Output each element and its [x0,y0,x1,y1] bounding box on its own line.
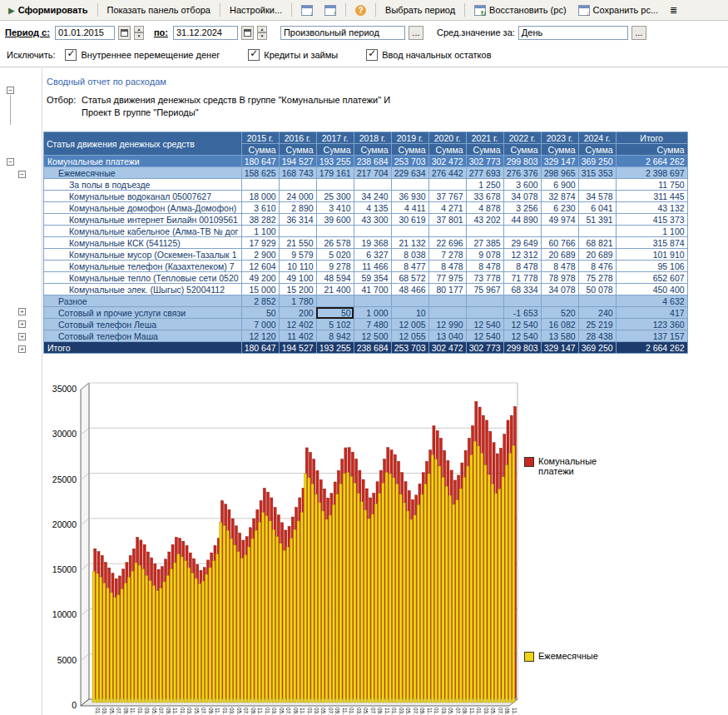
table-cell[interactable]: 95 106 [616,261,687,272]
table-cell[interactable]: 75 967 [466,284,503,295]
table-cell[interactable]: 51 391 [578,214,616,226]
column-subheader-sum[interactable]: Сумма [316,144,354,156]
table-cell[interactable]: 5 020 [316,249,354,261]
row-label[interactable]: За полы в подъезде [44,179,242,191]
table-cell[interactable]: 48 466 [391,284,428,295]
table-cell[interactable]: 5 102 [316,319,354,330]
table-cell[interactable]: 37 767 [428,191,466,202]
table-cell[interactable]: 78 978 [541,272,578,284]
table-cell[interactable] [466,295,503,307]
table-cell[interactable]: 71 778 [503,272,541,284]
table-cell[interactable]: 9 579 [279,249,316,261]
column-header-year[interactable]: 2024 г. [578,132,616,144]
table-cell[interactable] [541,295,578,307]
table-cell[interactable]: 9 078 [466,249,503,261]
table-cell[interactable]: 6 230 [541,202,578,214]
column-header-year[interactable]: 2020 г. [428,132,466,144]
checkbox-opening-balances[interactable]: Ввод начальных остатков [366,49,491,61]
table-cell[interactable]: 299 803 [503,342,541,354]
table-cell[interactable]: 3 410 [316,202,354,214]
table-cell[interactable]: 302 472 [428,156,466,167]
table-cell[interactable]: 8 478 [466,261,503,272]
table-cell[interactable]: 298 965 [541,167,578,179]
table-cell[interactable]: 415 373 [616,214,687,226]
column-header-year[interactable]: 2015 г. [241,132,279,144]
table-cell[interactable]: 12 604 [241,261,279,272]
table-cell[interactable]: 10 110 [279,261,316,272]
table-cell[interactable]: 50 [241,307,279,319]
table-cell[interactable]: 4 632 [616,295,687,307]
table-cell[interactable]: 193 255 [316,342,354,354]
avg-value-input[interactable]: День [518,26,628,40]
table-cell[interactable]: 200 [279,307,316,319]
report-variants-button[interactable]: ≣ [665,3,682,17]
period-from-input[interactable]: 01.01.2015 [55,26,115,40]
table-cell[interactable]: 3 610 [241,202,279,214]
table-cell[interactable]: 73 778 [466,272,503,284]
table-cell[interactable]: 2 664 262 [616,156,687,167]
table-cell[interactable]: 11 402 [279,330,316,342]
show-filter-panel-button[interactable]: Показать панель отбора [102,3,216,17]
table-cell[interactable]: 3 256 [503,202,541,214]
table-cell[interactable]: 15 000 [241,284,279,295]
table-cell[interactable]: 21 550 [279,237,316,249]
table-cell[interactable]: 30 619 [391,214,428,226]
step-down-icon[interactable]: ▼ [134,32,144,40]
table-cell[interactable]: 238 684 [354,156,391,167]
table-cell[interactable]: 21 400 [316,284,354,295]
table-cell[interactable]: 1 780 [279,295,316,307]
table-cell[interactable]: 24 000 [279,191,316,202]
table-cell[interactable] [466,307,503,319]
table-cell[interactable]: 12 990 [428,319,466,330]
table-cell[interactable]: 450 400 [616,284,687,295]
restore-settings-button[interactable]: ↻ Восстановить (рс) [469,3,571,17]
table-cell[interactable]: 180 647 [241,156,279,167]
column-header-year[interactable]: 2023 г. [541,132,578,144]
row-label[interactable]: Комунальные мусор (Оскемен-Тазалык 1 [44,249,242,261]
table-cell[interactable]: 311 445 [616,191,687,202]
table-cell[interactable]: 8 477 [391,261,428,272]
table-cell[interactable]: 49 974 [541,214,578,226]
table-cell[interactable]: 168 743 [279,167,316,179]
table-cell[interactable]: 77 975 [428,272,466,284]
table-cell[interactable]: 32 874 [541,191,578,202]
table-cell[interactable]: 43 300 [354,214,391,226]
table-cell[interactable]: 8 478 [428,261,466,272]
table-cell[interactable]: 9 278 [316,261,354,272]
table-cell[interactable]: 34 240 [354,191,391,202]
column-header-year[interactable]: 2021 г. [466,132,503,144]
choose-period-button[interactable]: Выбрать период [380,3,460,17]
row-label[interactable]: Комунальные кабельное (Алма-ТВ № дог [44,226,242,237]
table-cell[interactable]: 44 890 [503,214,541,226]
row-label[interactable]: Комунальные интернет Билайн 00109561 [44,214,242,226]
table-cell[interactable]: 8 942 [316,330,354,342]
table-cell[interactable] [279,179,316,191]
column-header-year[interactable]: 2018 г. [354,132,391,144]
step-up-icon[interactable]: ▲ [257,26,267,33]
column-subheader-sum[interactable]: Сумма [466,144,503,156]
column-subheader-sum[interactable]: Сумма [241,144,279,156]
table-cell[interactable]: 10 [391,307,428,319]
table-cell[interactable]: 12 055 [391,330,428,342]
collapse-toggle-report[interactable]: − [7,87,14,94]
table-cell[interactable]: 43 132 [616,202,687,214]
table-cell[interactable]: 36 930 [391,191,428,202]
table-cell[interactable]: 12 540 [466,330,503,342]
table-cell[interactable]: 137 157 [616,330,687,342]
period-to-label[interactable]: по: [154,27,168,37]
table-cell[interactable]: 7 278 [428,249,466,261]
table-cell[interactable]: 3 600 [503,179,541,191]
expand-toggle-raznoe[interactable]: + [18,308,26,315]
column-subheader-sum[interactable]: Сумма [391,144,428,156]
table-cell[interactable]: 50 078 [578,284,616,295]
table-cell[interactable]: 369 250 [578,156,616,167]
table-cell[interactable]: 302 773 [466,342,503,354]
table-cell[interactable]: 60 766 [541,237,578,249]
table-cell[interactable]: 229 634 [391,167,428,179]
table-cell[interactable]: 75 278 [578,272,616,284]
table-cell[interactable]: 13 580 [541,330,578,342]
table-cell[interactable] [316,179,354,191]
table-cell[interactable] [541,226,578,237]
table-cell[interactable]: 7 480 [354,319,391,330]
table-cell[interactable]: 315 874 [616,237,687,249]
